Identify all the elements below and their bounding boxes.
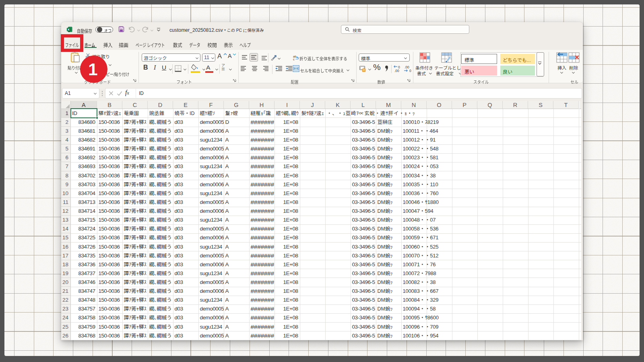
svg-text:c: c [293, 58, 295, 61]
svg-text:.00: .00 [405, 65, 409, 69]
svg-text:.00: .00 [394, 69, 399, 73]
svg-text:0: 0 [409, 69, 411, 73]
svg-text:X: X [68, 28, 70, 31]
